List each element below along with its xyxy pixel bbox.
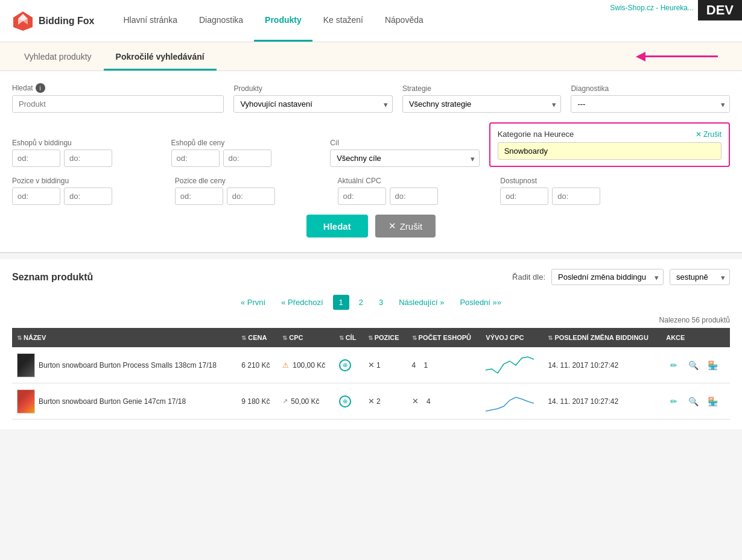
pozice-biddingu-od[interactable]: [12, 187, 60, 205]
header: Bidding Fox Hlavní stránka Diagnostika P…: [0, 0, 742, 42]
page-first[interactable]: « První: [235, 295, 271, 310]
col-posledni-zmena[interactable]: ⇅POSLEDNÍ ZMĚNA BIDDINGU: [543, 328, 661, 347]
strategie-select[interactable]: Všechny strategie: [402, 95, 562, 113]
nav-diagnostika[interactable]: Diagnostika: [188, 0, 254, 42]
field-pozice-biddingu: Pozice v biddingu: [12, 177, 165, 205]
search-row-2: Eshopů v biddingu Eshopů dle ceny Cíl Vš…: [12, 122, 730, 167]
eshopy-biddingu-od[interactable]: [12, 149, 60, 167]
produkty-select[interactable]: Vyhovující nastavení: [233, 95, 393, 113]
cancel-x-icon: ✕: [388, 221, 396, 231]
aktualni-cpc-do[interactable]: [390, 187, 438, 205]
products-section: Seznam produktů Řadit dle: Poslední změn…: [0, 259, 742, 429]
x-eshop-icon: ✕: [412, 397, 419, 406]
product-cena: 6 210 Kč: [236, 347, 277, 383]
hledat-input[interactable]: [12, 95, 224, 113]
product-cena: 9 180 Kč: [236, 383, 277, 420]
search-detail-button[interactable]: 🔍: [685, 357, 701, 373]
product-akce: ✏ 🔍 🏪: [661, 383, 730, 420]
dostupnost-do[interactable]: [552, 187, 600, 205]
kategorie-zrusit-btn[interactable]: ✕ Zrušit: [696, 130, 721, 139]
tab-vyhledat-produkty[interactable]: Vyhledat produkty: [12, 42, 104, 71]
col-pocet-eshop[interactable]: ⇅POČET ESHOPŮ: [407, 328, 481, 347]
edit-button[interactable]: ✏: [666, 394, 682, 409]
col-cena[interactable]: ⇅CENA: [236, 328, 277, 347]
search-detail-button[interactable]: 🔍: [685, 394, 701, 409]
warning-icon: ⚠: [282, 361, 289, 370]
dostupnost-od[interactable]: [500, 187, 548, 205]
products-title: Seznam produktů: [12, 272, 93, 283]
page-1[interactable]: 1: [333, 295, 349, 310]
product-vyvoj: [481, 347, 543, 383]
search-row-3: Pozice v biddingu Pozice dle ceny Aktuál…: [12, 177, 730, 205]
field-eshopy-biddingu: Eshopů v biddingu: [12, 139, 162, 167]
dostupnost-range: [500, 187, 730, 205]
logo-area: Bidding Fox: [12, 10, 94, 32]
pozice-ceny-do[interactable]: [227, 187, 275, 205]
search-button[interactable]: Hledat: [306, 215, 368, 238]
pozice-ceny-od[interactable]: [175, 187, 223, 205]
edit-button[interactable]: ✏: [666, 357, 682, 373]
col-cpc[interactable]: ⇅CPC: [277, 328, 334, 347]
aktualni-cpc-od[interactable]: [338, 187, 386, 205]
table-row: Burton snowboard Burton Genie 147cm 17/1…: [12, 383, 730, 420]
dev-badge: DEV: [698, 0, 742, 20]
kategorie-label: Kategorie na Heurece: [498, 130, 574, 139]
product-pocet-eshop: ✕ 4: [407, 383, 481, 420]
tab-pokrocile-vyhledavani[interactable]: Pokročilé vyhledávání: [104, 42, 217, 71]
strategie-label: Strategie: [402, 84, 562, 93]
page-3[interactable]: 3: [373, 295, 389, 310]
product-thumb-icon: [17, 389, 35, 414]
product-vyvoj: [481, 383, 543, 420]
eshopy-ceny-do[interactable]: [223, 149, 271, 167]
total-info: Nalezeno 56 produktů: [12, 316, 730, 324]
table-row: Burton snowboard Burton Process Smalls 1…: [12, 347, 730, 383]
cancel-button[interactable]: ✕ Zrušit: [375, 215, 436, 238]
nav-napoveda[interactable]: Nápověda: [374, 0, 434, 42]
info-icon[interactable]: i: [36, 83, 45, 93]
logo-text: Bidding Fox: [39, 16, 94, 27]
sort-order-wrapper: sestupně vzestupně: [670, 269, 730, 285]
eshopy-biddingu-label: Eshopů v biddingu: [12, 139, 162, 147]
store-button[interactable]: 🏪: [705, 357, 720, 373]
product-pozice: ✕ 1: [363, 347, 407, 383]
kategorie-input[interactable]: [498, 142, 721, 160]
mini-chart-svg: [486, 388, 534, 412]
product-thumb-icon: [17, 353, 35, 377]
eshopy-biddingu-do[interactable]: [64, 149, 112, 167]
product-posledni-zmena: 14. 11. 2017 10:27:42: [543, 347, 661, 383]
pozice-ceny-label: Pozice dle ceny: [175, 177, 328, 185]
nav-ke-stazeni[interactable]: Ke stažení: [312, 0, 374, 42]
search-buttons: Hledat ✕ Zrušit: [12, 215, 730, 238]
page-prev[interactable]: « Předchozí: [275, 295, 329, 310]
page-last[interactable]: Poslední »»: [454, 295, 507, 310]
field-cil: Cíl Všechny cíle: [330, 139, 480, 167]
products-table: ⇅NÁZEV ⇅CENA ⇅CPC ⇅CÍL ⇅POZICE ⇅POČET ES…: [12, 328, 730, 420]
col-cil[interactable]: ⇅CÍL: [334, 328, 363, 347]
x-icon: ✕: [696, 130, 702, 139]
pozice-biddingu-do[interactable]: [64, 187, 112, 205]
store-button[interactable]: 🏪: [705, 394, 720, 409]
nav-hlavni-stranka[interactable]: Hlavní stránka: [112, 0, 188, 42]
field-dostupnost: Dostupnost: [500, 177, 730, 205]
page-next[interactable]: Následující »: [393, 295, 450, 310]
col-akce: AKCE: [661, 328, 730, 347]
col-nazev[interactable]: ⇅NÁZEV: [12, 328, 236, 347]
arrow-indicator: [636, 52, 718, 61]
cil-select[interactable]: Všechny cíle: [330, 149, 480, 167]
diagnostika-select[interactable]: ---: [571, 95, 730, 113]
product-cpc: ⚠ 100,00 Kč: [277, 347, 334, 383]
site-info: Swis-Shop.cz - Heureka...: [610, 4, 694, 12]
eshopy-ceny-od[interactable]: [171, 149, 220, 167]
sort-order-select[interactable]: sestupně vzestupně: [670, 269, 730, 285]
nav-produkty[interactable]: Produkty: [254, 0, 312, 42]
field-pozice-ceny: Pozice dle ceny: [175, 177, 328, 205]
product-cil: ⊕: [334, 383, 363, 420]
pozice-ceny-range: [175, 187, 328, 205]
pozice-biddingu-label: Pozice v biddingu: [12, 177, 165, 185]
page-2[interactable]: 2: [353, 295, 369, 310]
field-hledat: Hledat i: [12, 83, 224, 113]
col-pozice[interactable]: ⇅POZICE: [363, 328, 407, 347]
cil-label: Cíl: [330, 139, 480, 147]
sort-select[interactable]: Poslední změna biddingu Název Cena CPC P…: [551, 269, 664, 285]
field-diagnostika: Diagnostika ---: [571, 84, 730, 113]
